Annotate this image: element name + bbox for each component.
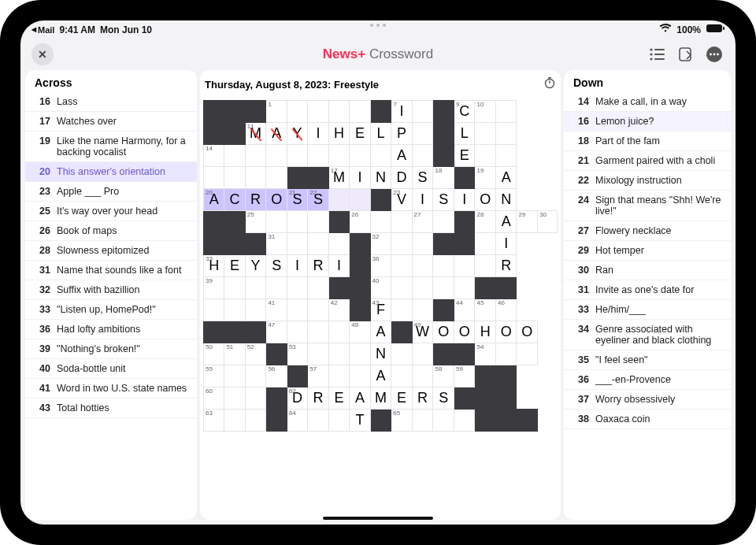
- grid-cell[interactable]: S: [412, 167, 433, 189]
- grid-cell[interactable]: [454, 277, 475, 299]
- grid-cell[interactable]: 63: [204, 410, 224, 432]
- grid-cell[interactable]: [517, 343, 538, 365]
- grid-cell[interactable]: [495, 101, 517, 123]
- grid-cell[interactable]: [224, 167, 245, 189]
- grid-cell[interactable]: E: [224, 255, 245, 277]
- grid-cell[interactable]: [224, 145, 245, 167]
- grid-cell[interactable]: [391, 365, 412, 387]
- across-clue[interactable]: 17Watches over: [25, 112, 197, 132]
- grid-cell[interactable]: A: [370, 321, 391, 343]
- grid-cell[interactable]: [245, 365, 266, 387]
- grid-cell[interactable]: O: [475, 189, 496, 211]
- grid-cell[interactable]: 27: [412, 211, 433, 233]
- grid-cell[interactable]: 50: [204, 343, 224, 365]
- grid-cell[interactable]: 23V: [391, 189, 412, 211]
- grid-cell[interactable]: [224, 299, 245, 321]
- grid-cell[interactable]: 19: [475, 167, 496, 189]
- grid-cell[interactable]: [412, 410, 433, 432]
- across-clue[interactable]: 26Book of maps: [25, 221, 197, 241]
- across-clue[interactable]: 16Lass: [25, 92, 197, 112]
- grid-cell[interactable]: [475, 145, 496, 167]
- grid-cell[interactable]: [328, 343, 350, 365]
- grid-cell[interactable]: E: [454, 145, 475, 167]
- grid-cell[interactable]: [308, 343, 328, 365]
- grid-cell[interactable]: [433, 211, 454, 233]
- grid-cell[interactable]: [412, 299, 433, 321]
- grid-cell[interactable]: [412, 233, 433, 255]
- grid-cell[interactable]: A: [350, 387, 370, 410]
- pencil-icon[interactable]: [676, 44, 696, 65]
- across-clue[interactable]: 20This answer's orientation: [25, 162, 197, 182]
- home-indicator[interactable]: [323, 517, 433, 520]
- grid-cell[interactable]: I: [328, 255, 350, 277]
- across-clue[interactable]: 23Apple ___ Pro: [25, 182, 197, 202]
- grid-cell[interactable]: [308, 410, 328, 432]
- grid-cell[interactable]: [328, 321, 350, 343]
- across-clue[interactable]: 43Total hotties: [25, 399, 197, 418]
- grid-cell[interactable]: [350, 145, 370, 167]
- across-clue[interactable]: 28Slowness epitomized: [25, 241, 197, 261]
- grid-cell[interactable]: [266, 167, 287, 189]
- grid-cell[interactable]: 54: [475, 343, 496, 365]
- grid-cell[interactable]: 48: [350, 321, 370, 343]
- grid-cell[interactable]: [412, 101, 433, 123]
- grid-cell[interactable]: 25: [245, 211, 266, 233]
- grid-cell[interactable]: [245, 299, 266, 321]
- grid-cell[interactable]: M: [370, 387, 391, 410]
- grid-cell[interactable]: H: [328, 123, 350, 145]
- grid-cell[interactable]: [308, 321, 328, 343]
- close-button[interactable]: ✕: [32, 43, 54, 65]
- down-clue[interactable]: 27Flowery necklace: [564, 221, 731, 241]
- grid-cell[interactable]: [287, 299, 307, 321]
- grid-cell[interactable]: [433, 410, 454, 432]
- grid-cell[interactable]: I: [454, 189, 475, 211]
- grid-cell[interactable]: [350, 189, 370, 211]
- grid-cell[interactable]: [391, 255, 412, 277]
- grid-cell[interactable]: R: [308, 255, 328, 277]
- grid-cell[interactable]: [224, 365, 245, 387]
- down-clue[interactable]: 16Lemon juice?: [564, 112, 731, 132]
- grid-cell[interactable]: 62D: [287, 387, 307, 410]
- grid-cell[interactable]: 31: [266, 233, 287, 255]
- grid-cell[interactable]: 21S: [287, 189, 307, 211]
- grid-cell[interactable]: [412, 343, 433, 365]
- grid-cell[interactable]: 33H: [204, 255, 224, 277]
- grid-cell[interactable]: I: [495, 233, 517, 255]
- grid-cell[interactable]: [391, 211, 412, 233]
- grid-cell[interactable]: [495, 145, 517, 167]
- down-clue[interactable]: 29Hot temper: [564, 241, 731, 261]
- list-view-icon[interactable]: [647, 44, 668, 65]
- grid-cell[interactable]: [328, 233, 350, 255]
- grid-cell[interactable]: 53: [287, 343, 307, 365]
- grid-cell[interactable]: N: [370, 167, 391, 189]
- grid-cell[interactable]: 55: [204, 365, 224, 387]
- grid-cell[interactable]: N: [370, 343, 391, 365]
- down-clue[interactable]: 21Garment paired with a choli: [564, 151, 731, 171]
- grid-cell[interactable]: 59: [454, 365, 475, 387]
- grid-cell[interactable]: [328, 410, 350, 432]
- grid-cell[interactable]: I: [308, 123, 328, 145]
- grid-cell[interactable]: 39: [204, 277, 224, 299]
- grid-cell[interactable]: S: [433, 387, 454, 410]
- grid-cell[interactable]: 41: [266, 299, 287, 321]
- grid-cell[interactable]: 22S: [308, 189, 328, 211]
- grid-cell[interactable]: E: [391, 387, 412, 410]
- grid-cell[interactable]: I: [412, 189, 433, 211]
- grid-cell[interactable]: C: [224, 189, 245, 211]
- grid-cell[interactable]: [328, 145, 350, 167]
- grid-cell[interactable]: 28: [475, 211, 496, 233]
- grid-cell[interactable]: 43F: [370, 299, 391, 321]
- grid-cell[interactable]: [328, 101, 350, 123]
- grid-cell[interactable]: [475, 123, 496, 145]
- grid-cell[interactable]: [308, 277, 328, 299]
- down-clue[interactable]: 36___-en-Provence: [564, 370, 731, 390]
- down-clue[interactable]: 35"I feel seen": [564, 350, 731, 370]
- grid-cell[interactable]: Y: [245, 255, 266, 277]
- grid-cell[interactable]: A: [266, 123, 287, 145]
- grid-cell[interactable]: 40: [370, 277, 391, 299]
- grid-cell[interactable]: [391, 299, 412, 321]
- grid-cell[interactable]: P: [391, 123, 412, 145]
- grid-cell[interactable]: 9C: [454, 101, 475, 123]
- across-clue[interactable]: 25It's way over your head: [25, 202, 197, 221]
- grid-cell[interactable]: 51: [224, 343, 245, 365]
